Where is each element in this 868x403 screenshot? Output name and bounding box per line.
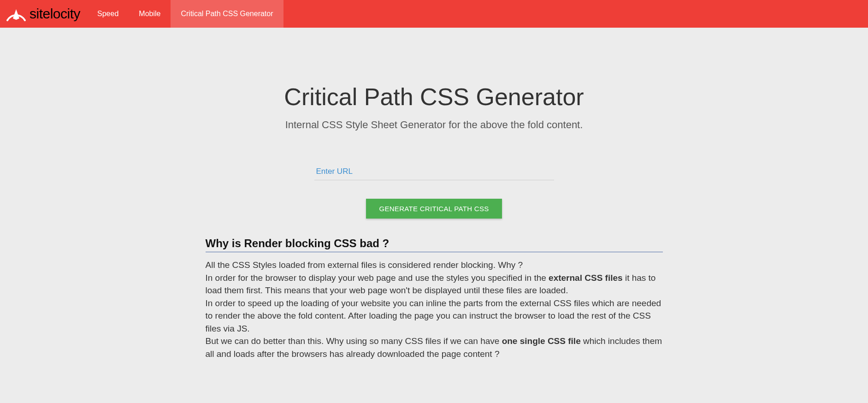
para-2a: In order for the browser to display your… xyxy=(206,273,549,283)
logo-icon xyxy=(5,5,28,23)
para-2b-bold: external CSS files xyxy=(549,273,623,283)
main-content: Critical Path CSS Generator Internal CSS… xyxy=(0,28,868,360)
top-nav: Speed Mobile Critical Path CSS Generator xyxy=(87,0,283,28)
url-input[interactable] xyxy=(314,163,554,180)
header-bar: sitelocity Speed Mobile Critical Path CS… xyxy=(0,0,868,28)
nav-mobile[interactable]: Mobile xyxy=(129,0,171,28)
para-3: In order to speed up the loading of your… xyxy=(206,297,663,335)
page-subtitle: Internal CSS Style Sheet Generator for t… xyxy=(285,119,583,131)
nav-critical-path[interactable]: Critical Path CSS Generator xyxy=(171,0,283,28)
para-4b-bold: one single CSS file xyxy=(502,336,581,346)
url-input-wrap xyxy=(314,163,554,180)
generate-button[interactable]: GENERATE CRITICAL PATH CSS xyxy=(366,199,502,219)
logo-text: sitelocity xyxy=(30,6,80,22)
logo[interactable]: sitelocity xyxy=(5,5,80,23)
nav-speed[interactable]: Speed xyxy=(87,0,129,28)
section-title: Why is Render blocking CSS bad ? xyxy=(206,237,663,252)
page-title: Critical Path CSS Generator xyxy=(284,83,584,111)
para-2: In order for the browser to display your… xyxy=(206,272,663,297)
para-4a: But we can do better than this. Why usin… xyxy=(206,336,502,346)
article-content: Why is Render blocking CSS bad ? All the… xyxy=(206,237,663,360)
para-4: But we can do better than this. Why usin… xyxy=(206,335,663,360)
para-1: All the CSS Styles loaded from external … xyxy=(206,259,663,272)
